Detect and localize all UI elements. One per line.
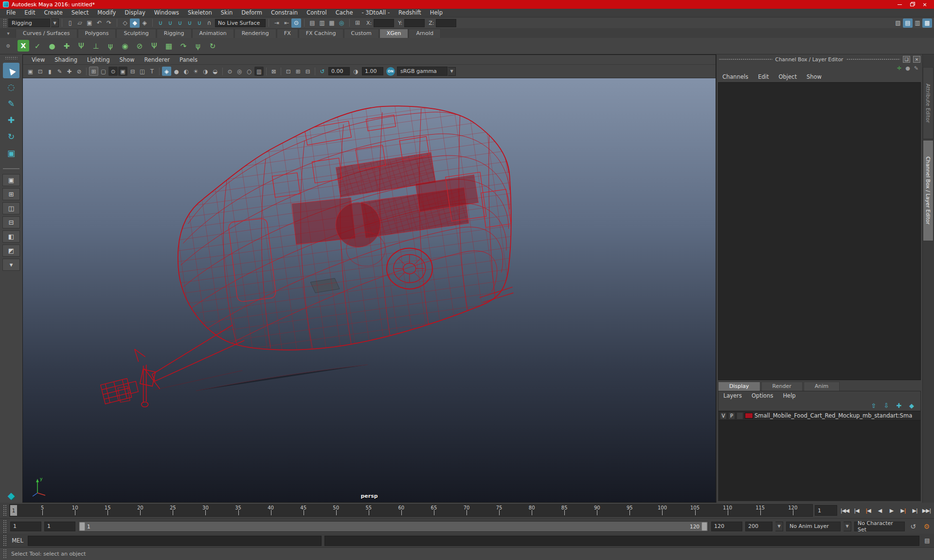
y-coord-field[interactable] xyxy=(404,19,425,27)
layout-four-pane[interactable]: ⊞ xyxy=(2,188,20,200)
x-coord-field[interactable] xyxy=(374,19,394,27)
pane-layout-icon[interactable]: ⊟ xyxy=(303,67,312,76)
rotate-tool[interactable]: ↻ xyxy=(3,129,19,144)
anim-layer-dropdown-arrow[interactable]: ▼ xyxy=(844,522,851,531)
modeling-toolkit-icon[interactable]: ▧ xyxy=(893,18,903,28)
xgen-description-icon[interactable]: ✓ xyxy=(31,40,44,52)
contrast-icon[interactable]: ◑ xyxy=(351,67,360,76)
side-tab-channel-box-layer-editor[interactable]: Channel Box / Layer Editor xyxy=(923,140,934,241)
exposure-field[interactable]: 0.00 xyxy=(328,67,350,75)
play-forwards-button[interactable]: ▶ xyxy=(886,505,897,516)
snap-projected-center-icon[interactable]: ∪ xyxy=(185,18,195,28)
go-to-end-button[interactable]: ▶▶| xyxy=(921,505,932,516)
menu-constrain[interactable]: Constrain xyxy=(267,9,302,17)
pane-tear-off-icon[interactable]: ⊞ xyxy=(293,67,303,76)
gate-mask-icon[interactable]: ▣ xyxy=(118,67,127,76)
panel-menu-panels[interactable]: Panels xyxy=(175,56,202,63)
occlusion-icon[interactable]: ◒ xyxy=(211,67,220,76)
quick-render-icon[interactable]: ▥ xyxy=(317,18,327,28)
side-tab-attribute-editor[interactable]: Attribute Editor xyxy=(923,67,934,139)
live-surface-field[interactable]: No Live Surface xyxy=(215,19,266,27)
attribute-editor-toggle-icon[interactable]: ▤ xyxy=(903,18,913,28)
menu-select[interactable]: Select xyxy=(67,9,93,17)
sculpt-guide-icon[interactable]: ψ xyxy=(104,40,117,52)
rangebar-grabber[interactable] xyxy=(3,520,6,533)
textured-mode-icon[interactable]: ◐ xyxy=(181,67,191,76)
layer-editor-tab-render[interactable]: Render xyxy=(761,382,803,391)
sphere-mode-icon[interactable]: ● xyxy=(905,65,910,71)
move-layer-down-icon[interactable]: ⇩ xyxy=(881,401,891,410)
shelf-tab-arnold[interactable]: Arnold xyxy=(409,29,441,38)
layer-editor-menu-options[interactable]: Options xyxy=(747,392,778,399)
render-settings-icon[interactable]: ◎ xyxy=(337,18,346,28)
color-mode-dropdown-arrow[interactable]: ▼ xyxy=(448,67,456,76)
layer-color-swatch[interactable] xyxy=(745,413,753,419)
paint-select-tool[interactable]: ✎ xyxy=(3,96,19,111)
panel-menu-renderer[interactable]: Renderer xyxy=(140,56,175,63)
play-backwards-button[interactable]: ◀ xyxy=(874,505,885,516)
save-scene-icon[interactable]: ▣ xyxy=(85,18,94,28)
edit-camera-icon[interactable]: ✎ xyxy=(55,67,64,76)
color-management-on-icon[interactable]: ON xyxy=(386,67,395,76)
curve-to-guide-icon[interactable]: ↷ xyxy=(177,40,190,52)
menuset-dropdown[interactable]: Rigging xyxy=(8,18,50,27)
menu-cache[interactable]: Cache xyxy=(331,9,358,17)
isolate-select-icon[interactable]: ⊙ xyxy=(225,67,234,76)
layout-hypershade[interactable]: ◧ xyxy=(2,230,20,243)
channel-box-toggle-icon[interactable]: ▩ xyxy=(922,18,932,28)
channel-box-menu-show[interactable]: Show xyxy=(802,73,826,80)
preview-refresh-icon[interactable]: ↻ xyxy=(206,40,219,52)
status-line-grabber[interactable] xyxy=(3,18,6,27)
layer-playback-toggle[interactable]: P xyxy=(728,412,735,420)
anim-end-dropdown-arrow[interactable]: ▼ xyxy=(775,522,783,531)
menu-edit[interactable]: Edit xyxy=(20,9,39,17)
snap-point-icon[interactable]: ∪ xyxy=(175,18,185,28)
channel-box-empty-area[interactable] xyxy=(718,82,921,380)
input-connections-icon[interactable]: ⇥ xyxy=(272,18,282,28)
snap-grid-icon[interactable]: ∪ xyxy=(156,18,165,28)
move-axis-icon[interactable]: ✛ xyxy=(897,65,901,71)
menuset-dropdown-arrow[interactable]: ▼ xyxy=(51,18,59,27)
panel-menu-lighting[interactable]: Lighting xyxy=(82,56,114,63)
grid-coords-icon[interactable]: ⊞ xyxy=(353,18,362,28)
select-component-icon[interactable]: ◈ xyxy=(140,18,149,28)
select-camera-icon[interactable]: ▣ xyxy=(26,67,35,76)
move-layer-up-icon[interactable]: ⇧ xyxy=(869,401,879,410)
menu-redshift[interactable]: Redshift xyxy=(394,9,426,17)
move-guide-icon[interactable]: Ψ xyxy=(75,40,88,52)
resolution-gate-icon[interactable]: ⊙ xyxy=(108,67,118,76)
add-guide-icon[interactable]: ✚ xyxy=(60,40,73,52)
density-brush-icon[interactable]: Ψ xyxy=(148,40,161,52)
shelf-tab-sculpting[interactable]: Sculpting xyxy=(116,29,156,38)
shelf-tab-custom[interactable]: Custom xyxy=(344,29,379,38)
redo-icon[interactable]: ↷ xyxy=(104,18,114,28)
edit-pencil-icon[interactable]: ✎ xyxy=(914,65,918,71)
close-button[interactable]: × xyxy=(918,0,931,8)
menu-deform[interactable]: Deform xyxy=(237,9,267,17)
output-connections-icon[interactable]: ⇤ xyxy=(282,18,291,28)
shelf-tab-xgen[interactable]: XGen xyxy=(379,29,409,38)
open-render-view-icon[interactable]: ▤ xyxy=(307,18,317,28)
new-scene-icon[interactable]: ▯ xyxy=(65,18,75,28)
layout-single-pane[interactable]: ▣ xyxy=(2,174,20,186)
shaded-mode-icon[interactable]: ● xyxy=(172,67,181,76)
minimize-button[interactable] xyxy=(893,0,906,8)
restore-button[interactable] xyxy=(906,0,918,8)
channel-box-menu-edit[interactable]: Edit xyxy=(753,73,773,80)
ipr-render-icon[interactable]: ▦ xyxy=(327,18,337,28)
construction-history-icon[interactable]: ⊙ xyxy=(291,18,301,28)
xray-icon[interactable]: ◎ xyxy=(235,67,244,76)
range-end-handle[interactable] xyxy=(701,522,707,531)
film-gate-icon[interactable]: ▢ xyxy=(99,67,108,76)
gamma-field[interactable]: 1.00 xyxy=(362,67,383,75)
layer-editor-tab-display[interactable]: Display xyxy=(718,382,760,391)
go-to-start-button[interactable]: |◀◀ xyxy=(839,505,850,516)
shelf-tab-polygons[interactable]: Polygons xyxy=(78,29,116,38)
safe-title-icon[interactable]: T xyxy=(147,67,157,76)
panel-menu-view[interactable]: View xyxy=(27,56,50,63)
layout-custom[interactable]: ◩ xyxy=(2,245,20,257)
select-tool[interactable]: ▲ xyxy=(3,63,19,78)
step-forward-frame-button[interactable]: ▶| xyxy=(909,505,920,516)
shadows-icon[interactable]: ◑ xyxy=(201,67,210,76)
channel-box-menu-channels[interactable]: Channels xyxy=(718,73,753,80)
